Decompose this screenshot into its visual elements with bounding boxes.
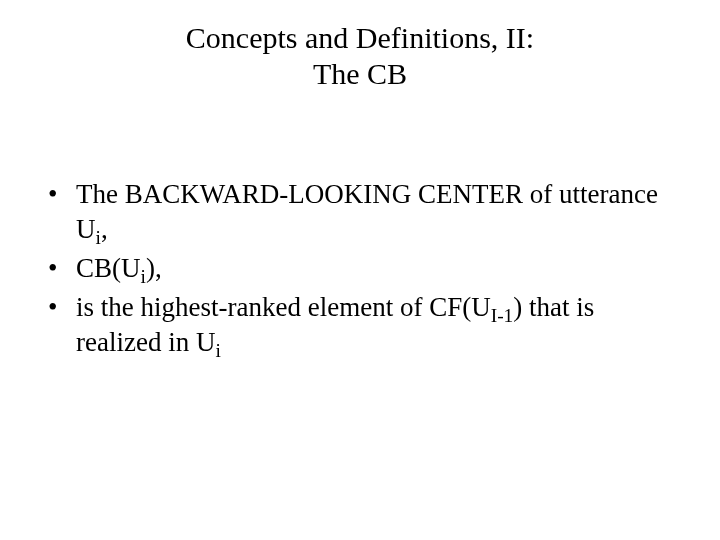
bullet-text: ,	[101, 214, 108, 244]
title-line-1: Concepts and Definitions, II:	[186, 21, 534, 54]
list-item: is the highest-ranked element of CF(UI-1…	[40, 290, 680, 360]
bullet-text: The BACKWARD-LOOKING CENTER of utterance…	[76, 179, 658, 244]
slide-body: The BACKWARD-LOOKING CENTER of utterance…	[40, 177, 680, 360]
title-line-2: The CB	[313, 57, 407, 90]
subscript: i	[215, 341, 220, 362]
list-item: The BACKWARD-LOOKING CENTER of utterance…	[40, 177, 680, 247]
slide: Concepts and Definitions, II: The CB The…	[0, 0, 720, 540]
bullet-text: CB(U	[76, 253, 141, 283]
list-item: CB(Ui),	[40, 251, 680, 286]
subscript: I-1	[491, 306, 514, 327]
slide-title: Concepts and Definitions, II: The CB	[40, 20, 680, 92]
bullet-list: The BACKWARD-LOOKING CENTER of utterance…	[40, 177, 680, 360]
bullet-text: ),	[146, 253, 162, 283]
bullet-text: is the highest-ranked element of CF(U	[76, 292, 491, 322]
